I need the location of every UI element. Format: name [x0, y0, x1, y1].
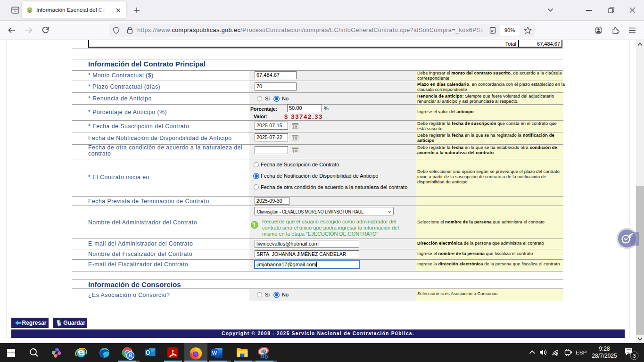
svg-text:3: 3	[633, 353, 636, 359]
